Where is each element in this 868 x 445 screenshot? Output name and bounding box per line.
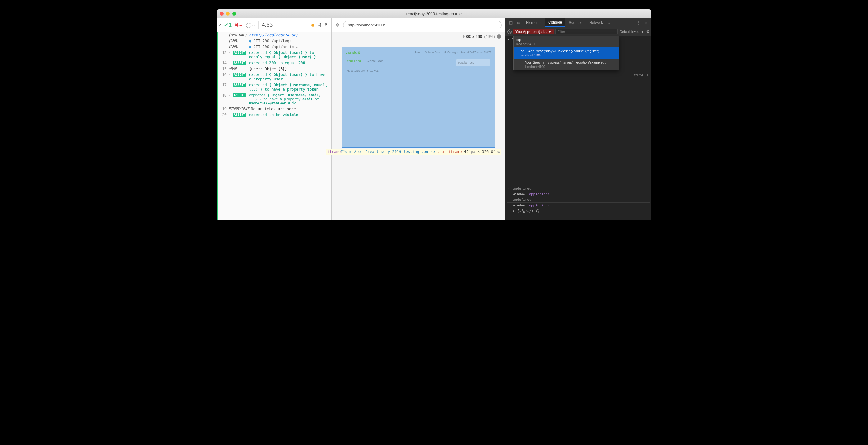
resize-icon[interactable]: ⇵ (318, 22, 321, 28)
selector-playground-icon[interactable]: ✥ (335, 22, 339, 28)
info-icon[interactable]: i (497, 34, 501, 39)
tooltip-h: 326.04 (482, 150, 495, 154)
log-command: - ASSERT (228, 73, 247, 77)
console-line[interactable]: ‹undefined (507, 197, 650, 202)
console-filter-input[interactable] (555, 29, 618, 34)
status-dot-icon (311, 24, 314, 27)
console-line[interactable]: › (507, 214, 650, 219)
tooltip-w: 494 (464, 150, 471, 154)
aut-body: Your Feed Global Feed No articles are he… (342, 57, 495, 75)
log-row[interactable]: 16- ASSERTexpected { Object (user) } to … (218, 72, 331, 82)
console-line[interactable]: ‹undefined (507, 186, 650, 191)
log-row[interactable]: 18- ASSERTexpected { Object (username, e… (218, 93, 331, 106)
log-row[interactable]: 13- ASSERTexpected { Object (user) } to … (218, 50, 331, 60)
log-command: WRAP (228, 67, 247, 71)
command-log[interactable]: (NEW URL)http://localhost:4100/(XHR)● GE… (217, 32, 331, 220)
back-button[interactable]: ‹ (219, 22, 221, 28)
pass-count: ✔ 1 (224, 22, 231, 28)
log-command: (XHR) (228, 45, 247, 49)
log-number: 14 (220, 61, 227, 65)
browser-preview: ✥ 1000 x 660 (49%) i conduit Home ✎ New … (332, 18, 505, 220)
close-devtools-icon[interactable]: ✕ (643, 19, 649, 26)
url-input[interactable] (343, 21, 502, 30)
tab-global-feed[interactable]: Global Feed (367, 59, 383, 64)
log-message: expected { Object (user) } to have a pro… (249, 73, 330, 81)
log-levels-selector[interactable]: Default levels ▼ (620, 30, 644, 33)
clear-console-icon[interactable] (507, 30, 512, 34)
log-command: FINDBYTEXT (228, 107, 249, 111)
fail-count-value: -- (239, 22, 243, 28)
log-row[interactable]: (XHR)● GET 200 /api/articl… (218, 44, 331, 50)
log-row[interactable]: 19FINDBYTEXTNo articles are here.… (218, 106, 331, 112)
pending-count: ◯ -- (246, 22, 255, 28)
context-option[interactable]: Your App: 'reactjsday-2019-testing-cours… (514, 47, 619, 59)
mac-titlebar: reactjsday-2019-testing-course (217, 9, 651, 18)
pending-count-value: -- (252, 22, 255, 28)
log-number: 19 (220, 107, 227, 111)
context-option[interactable]: toplocalhost:4100 (514, 36, 619, 48)
log-number: 18 (220, 93, 227, 97)
nav-user[interactable]: tester29477 tester29477 (461, 51, 491, 54)
device-mode-icon[interactable]: ▭ (515, 19, 522, 26)
tab-network[interactable]: Network (586, 19, 606, 27)
log-number: 15 (220, 67, 227, 71)
log-command: - ASSERT (228, 51, 247, 55)
tab-sources[interactable]: Sources (566, 19, 586, 27)
vm-source-link[interactable]: VM256:1 (634, 73, 648, 77)
tab-elements[interactable]: Elements (523, 19, 545, 27)
aut-brand[interactable]: conduit (345, 50, 360, 55)
empty-message: No articles are here... yet. (347, 69, 452, 72)
aut-navbar: conduit Home ✎ New Post ⚙ Settings teste… (342, 47, 495, 57)
log-row[interactable]: (NEW URL)http://localhost:4100/ (218, 32, 331, 38)
log-row[interactable]: 17- ASSERTexpected { Object (username, e… (218, 82, 331, 93)
popular-tags-panel: Popular Tags (456, 59, 490, 66)
log-number: 17 (220, 83, 227, 87)
log-message: expected { Object (username, email, ...)… (249, 83, 330, 92)
console-toolbar: Your App: 'reactjsd… ▼ toplocalhost:4100… (505, 27, 651, 36)
log-row[interactable]: 15WRAP{user: Object{3}} (218, 66, 331, 72)
reload-icon[interactable]: ↻ (325, 22, 329, 28)
feed-tabs: Your Feed Global Feed (347, 59, 452, 64)
tab-console[interactable]: Console (545, 18, 565, 27)
window-title: reactjsday-2019-testing-course (217, 11, 651, 16)
main-area: ‹ ✔ 1 ✖ -- ◯ -- 4.53 ⇵ ↻ (NEW URL)http:/… (217, 18, 651, 220)
log-number: 13 (220, 51, 227, 55)
context-selected-label: Your App: 'reactjsd… (515, 30, 547, 33)
context-selector[interactable]: Your App: 'reactjsd… ▼ toplocalhost:4100… (514, 29, 554, 34)
context-option[interactable]: Your Spec: '/__cypress/iframes/integrati… (514, 59, 619, 70)
inspect-icon[interactable]: ◰ (507, 19, 515, 26)
tooltip-tag: iframe (327, 150, 341, 154)
tab-your-feed[interactable]: Your Feed (347, 59, 361, 64)
log-message: http://localhost:4100/ (249, 33, 330, 37)
log-message: ● GET 200 /api/tags (249, 39, 330, 43)
duration: 4.53 (262, 22, 273, 28)
console-line[interactable]: ‹▸ {signup: ƒ} (507, 208, 650, 214)
app-under-test[interactable]: conduit Home ✎ New Post ⚙ Settings teste… (342, 47, 495, 148)
nav-home[interactable]: Home (414, 51, 421, 54)
log-command: - ASSERT (228, 113, 247, 117)
aut-main: Your Feed Global Feed No articles are he… (347, 59, 452, 72)
log-row[interactable]: 14- ASSERTexpected 200 to equal 200 (218, 60, 331, 66)
log-message: {user: Object{3}} (249, 67, 330, 71)
log-message: expected to be visible (249, 113, 330, 117)
nav-settings[interactable]: ⚙ Settings (444, 51, 457, 54)
log-command: (NEW URL) (228, 33, 247, 37)
log-row[interactable]: (XHR)● GET 200 /api/tags (218, 38, 331, 44)
fail-count: ✖ -- (235, 22, 243, 28)
kebab-menu-icon[interactable]: ⋮ (634, 19, 642, 26)
log-row[interactable]: 20- ASSERTexpected to be visible (218, 112, 331, 118)
log-command: - ASSERT (228, 83, 247, 87)
log-message: ● GET 200 /api/articl… (249, 45, 330, 49)
log-message: expected 200 to equal 200 (249, 61, 330, 65)
settings-icon[interactable]: ⚙ (646, 30, 649, 34)
aut-box: conduit Home ✎ New Post ⚙ Settings teste… (342, 47, 495, 148)
more-tabs-icon[interactable]: » (607, 19, 613, 26)
console-lines: ‹undefined›window.appActions‹undefined›w… (505, 185, 651, 220)
log-command: - ASSERT (228, 93, 247, 97)
nav-new-post[interactable]: ✎ New Post (425, 51, 440, 54)
log-command: - ASSERT (228, 61, 247, 65)
log-message: expected { Object (username, email, ...)… (249, 93, 330, 105)
cypress-panel: ‹ ✔ 1 ✖ -- ◯ -- 4.53 ⇵ ↻ (NEW URL)http:/… (217, 18, 332, 220)
console-line[interactable]: ›window.appActions (507, 191, 650, 197)
console-line[interactable]: ›window.appActions (507, 202, 650, 208)
